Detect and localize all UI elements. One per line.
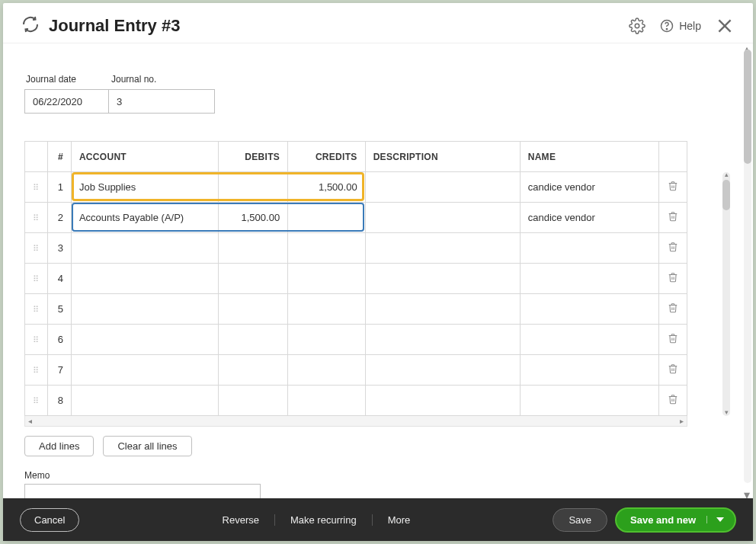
trash-icon [668, 396, 678, 408]
reverse-link[interactable]: Reverse [207, 514, 275, 526]
delete-row-button[interactable] [659, 355, 687, 386]
debit-cell[interactable] [218, 233, 287, 264]
credit-cell[interactable] [288, 386, 366, 416]
trash-icon [668, 366, 678, 377]
cancel-button[interactable]: Cancel [20, 508, 79, 532]
account-cell[interactable]: Job Supplies [71, 172, 218, 203]
debit-cell[interactable] [218, 172, 287, 203]
drag-handle[interactable]: ⠿ [25, 294, 48, 325]
debit-cell[interactable]: 1,500.00 [218, 203, 287, 233]
drag-handle[interactable]: ⠿ [25, 264, 48, 294]
add-lines-button[interactable]: Add lines [24, 436, 94, 456]
debit-cell[interactable] [218, 294, 287, 325]
scroll-down-arrow[interactable]: ▾ [744, 488, 751, 495]
trash-icon [668, 305, 678, 316]
name-cell[interactable] [520, 233, 659, 264]
scroll-up-arrow[interactable]: ▴ [744, 43, 751, 50]
row-number: 5 [48, 294, 71, 325]
memo-label: Memo [24, 470, 721, 481]
table-horizontal-scrollbar[interactable]: ◂ ▸ [24, 416, 687, 427]
close-button[interactable] [715, 16, 735, 36]
col-drag-header [25, 142, 48, 172]
journal-date-input[interactable] [24, 89, 108, 114]
delete-row-button[interactable] [659, 203, 687, 233]
name-cell[interactable] [520, 264, 659, 294]
description-cell[interactable] [365, 203, 520, 233]
trash-icon [668, 244, 678, 255]
description-cell[interactable] [365, 264, 520, 294]
trash-icon [668, 213, 678, 225]
delete-row-button[interactable] [659, 264, 687, 294]
journal-table: # ACCOUNT DEBITS CREDITS DESCRIPTION NAM… [24, 141, 687, 416]
drag-handle[interactable]: ⠿ [25, 386, 48, 416]
drag-handle[interactable]: ⠿ [25, 172, 48, 203]
save-button[interactable]: Save [553, 508, 607, 532]
save-and-new-button[interactable]: Save and new [615, 507, 736, 533]
delete-row-button[interactable] [659, 172, 687, 203]
credit-cell[interactable]: 1,500.00 [288, 172, 366, 203]
table-row: ⠿1Job Supplies1,500.00candice vendor [25, 172, 687, 203]
credit-cell[interactable] [288, 233, 366, 264]
more-link[interactable]: More [373, 514, 426, 526]
table-row: ⠿4 [25, 264, 687, 294]
account-cell[interactable] [71, 264, 218, 294]
name-cell[interactable] [520, 355, 659, 386]
delete-row-button[interactable] [659, 386, 687, 416]
delete-row-button[interactable] [659, 294, 687, 325]
credit-cell[interactable] [288, 264, 366, 294]
debit-cell[interactable] [218, 325, 287, 355]
account-cell[interactable] [71, 294, 218, 325]
credit-cell[interactable] [288, 294, 366, 325]
description-cell[interactable] [365, 355, 520, 386]
journal-date-label: Journal date [26, 74, 108, 85]
settings-button[interactable] [629, 18, 645, 34]
credit-cell[interactable] [288, 355, 366, 386]
credit-cell[interactable] [288, 203, 366, 233]
drag-handle[interactable]: ⠿ [25, 203, 48, 233]
account-cell[interactable] [71, 325, 218, 355]
dialog-header: Journal Entry #3 Help [3, 3, 753, 43]
description-cell[interactable] [365, 294, 520, 325]
svg-point-0 [635, 24, 639, 28]
name-cell[interactable] [520, 386, 659, 416]
account-cell[interactable] [71, 355, 218, 386]
clear-all-lines-button[interactable]: Clear all lines [103, 436, 191, 456]
name-cell[interactable] [520, 294, 659, 325]
journal-no-input[interactable] [108, 89, 215, 114]
row-number: 8 [48, 386, 71, 416]
drag-handle[interactable]: ⠿ [25, 233, 48, 264]
make-recurring-link[interactable]: Make recurring [275, 514, 373, 526]
delete-row-button[interactable] [659, 325, 687, 355]
description-cell[interactable] [365, 325, 520, 355]
name-cell[interactable]: candice vendor [520, 172, 659, 203]
col-name-header: NAME [520, 142, 659, 172]
table-row: ⠿8 [25, 386, 687, 416]
save-dropdown-caret[interactable] [706, 516, 724, 523]
description-cell[interactable] [365, 386, 520, 416]
debit-cell[interactable] [218, 264, 287, 294]
credit-cell[interactable] [288, 325, 366, 355]
col-description-header: DESCRIPTION [365, 142, 520, 172]
table-row: ⠿3 [25, 233, 687, 264]
drag-handle[interactable]: ⠿ [25, 325, 48, 355]
row-number: 3 [48, 233, 71, 264]
help-button[interactable]: Help [659, 18, 701, 34]
description-cell[interactable] [365, 172, 520, 203]
col-account-header: ACCOUNT [71, 142, 218, 172]
account-cell[interactable]: Accounts Payable (A/P) [71, 203, 218, 233]
row-number: 2 [48, 203, 71, 233]
debit-cell[interactable] [218, 386, 287, 416]
drag-handle[interactable]: ⠿ [25, 355, 48, 386]
account-cell[interactable] [71, 386, 218, 416]
name-cell[interactable] [520, 325, 659, 355]
debit-cell[interactable] [218, 355, 287, 386]
description-cell[interactable] [365, 233, 520, 264]
memo-input[interactable] [24, 484, 261, 498]
save-and-new-label: Save and new [630, 514, 696, 526]
account-cell[interactable] [71, 233, 218, 264]
table-vertical-scrollbar[interactable]: ▴ ▾ [722, 172, 730, 416]
page-scrollbar[interactable] [744, 50, 751, 483]
page-title: Journal Entry #3 [49, 16, 180, 36]
delete-row-button[interactable] [659, 233, 687, 264]
name-cell[interactable]: candice vendor [520, 203, 659, 233]
